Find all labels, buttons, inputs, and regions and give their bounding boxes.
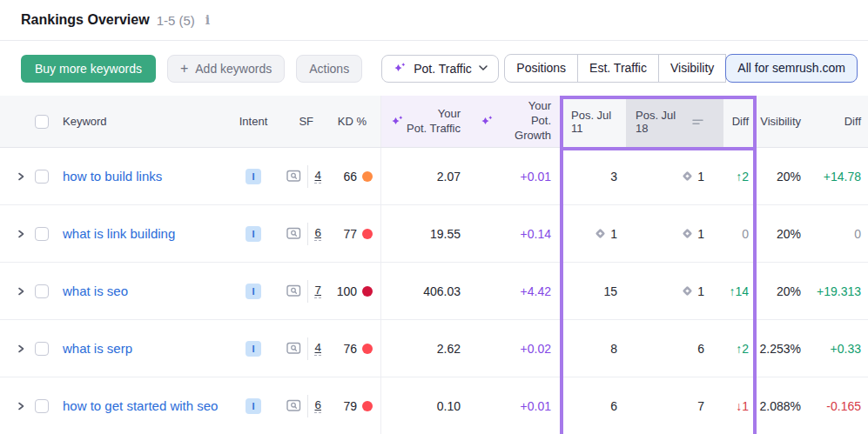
- sf-count[interactable]: 4: [314, 169, 321, 184]
- serp-feature-diamond-icon: [681, 227, 694, 240]
- header-pot-growth: Your Pot. Growth: [471, 96, 562, 147]
- table-header-row: Keyword Intent SF KD % Your Pot. Traffic…: [0, 96, 868, 148]
- vis-diff-value: +14.78: [824, 170, 861, 184]
- expand-chevron-icon[interactable]: [16, 228, 26, 240]
- table-row: what is seo I 7 100 406.03 +4.42: [0, 263, 868, 320]
- header-expand-cell: [0, 96, 35, 147]
- divider: [307, 280, 308, 303]
- row-checkbox[interactable]: [35, 227, 49, 241]
- pos-diff-value: ↑2: [736, 342, 749, 356]
- visibility-value: 2.088%: [760, 399, 801, 413]
- pot-traffic-value: 0.10: [437, 399, 461, 413]
- header-pos-jul-18[interactable]: Pos. Jul 18: [626, 96, 723, 147]
- keyword-link[interactable]: how to get started with seo: [63, 398, 218, 413]
- tab-visibility[interactable]: Visibility: [658, 54, 726, 83]
- serp-features-icon[interactable]: [286, 170, 302, 183]
- page-title: Rankings Overview: [21, 12, 150, 28]
- sf-count[interactable]: 7: [314, 284, 321, 298]
- header-pot-traffic-line2: Pot. Traffic: [407, 122, 461, 135]
- select-all-checkbox[interactable]: [35, 115, 49, 129]
- titlebar: Rankings Overview 1-5 (5) i: [0, 0, 868, 41]
- header-pot-growth-line1: Your: [528, 99, 551, 112]
- sf-count[interactable]: 6: [314, 398, 321, 413]
- sort-icon: [692, 117, 704, 126]
- pos-cur-value: 1: [697, 170, 704, 184]
- pos-diff-value: ↓1: [736, 399, 749, 413]
- kd-difficulty-dot: [362, 401, 373, 411]
- pos-diff-value: 0: [742, 227, 749, 241]
- pos-cur-value: 1: [697, 227, 704, 241]
- divider: [307, 395, 308, 417]
- row-checkbox[interactable]: [35, 399, 49, 413]
- header-select-cell: [35, 96, 56, 147]
- toolbar: Buy more keywords + Add keywords Actions…: [0, 41, 868, 96]
- tab-est-traffic[interactable]: Est. Traffic: [577, 54, 659, 83]
- buy-more-keywords-button[interactable]: Buy more keywords: [21, 55, 156, 83]
- ai-sparkle-icon: [390, 115, 404, 129]
- header-pot-growth-line2: Pot. Growth: [515, 114, 551, 142]
- vis-diff-value: +0.33: [831, 342, 861, 356]
- serp-features-icon[interactable]: [286, 284, 302, 297]
- info-icon[interactable]: i: [205, 13, 210, 27]
- row-checkbox[interactable]: [35, 342, 49, 356]
- pot-traffic-value: 2.62: [437, 342, 461, 356]
- pos-prev-value: 8: [610, 342, 617, 356]
- intent-badge[interactable]: I: [246, 398, 261, 414]
- visibility-value: 20%: [777, 170, 801, 184]
- header-pot-traffic-line1: Your: [438, 107, 461, 120]
- intent-badge[interactable]: I: [246, 284, 261, 299]
- intent-badge[interactable]: I: [246, 169, 261, 184]
- kd-value: 100: [337, 284, 357, 298]
- tab-all-for-domain[interactable]: All for semrush.com: [725, 54, 858, 83]
- row-checkbox[interactable]: [35, 170, 49, 184]
- pot-traffic-value: 19.55: [430, 227, 461, 241]
- header-pos-diff: Diff: [723, 96, 754, 147]
- header-visibility: Visibility: [754, 96, 810, 147]
- metric-dropdown[interactable]: Pot. Traffic: [381, 55, 499, 83]
- plus-icon: +: [180, 61, 188, 77]
- chevron-down-icon: [479, 65, 488, 71]
- pos-cur-value: 7: [697, 399, 704, 413]
- metric-dropdown-label: Pot. Traffic: [414, 62, 472, 76]
- serp-features-icon[interactable]: [286, 227, 302, 240]
- kd-value: 77: [343, 227, 357, 241]
- header-keyword: Keyword: [56, 96, 234, 147]
- divider: [307, 165, 308, 188]
- pot-growth-value: +0.01: [521, 170, 551, 184]
- pot-growth-value: +0.02: [521, 342, 551, 356]
- intent-badge[interactable]: I: [246, 226, 261, 242]
- pot-growth-value: +0.01: [521, 399, 551, 413]
- actions-button[interactable]: Actions: [296, 55, 362, 83]
- serp-features-icon[interactable]: [286, 342, 302, 355]
- tab-positions[interactable]: Positions: [504, 54, 578, 83]
- expand-chevron-icon[interactable]: [16, 285, 26, 297]
- intent-badge[interactable]: I: [246, 341, 261, 357]
- expand-chevron-icon[interactable]: [16, 343, 26, 355]
- sf-count[interactable]: 4: [314, 341, 321, 356]
- keyword-link[interactable]: how to build links: [63, 169, 162, 184]
- vis-diff-value: 0: [854, 227, 861, 241]
- keyword-link[interactable]: what is link building: [63, 226, 175, 241]
- kd-difficulty-dot: [362, 286, 373, 297]
- vis-diff-value: +19.313: [817, 284, 861, 298]
- add-keywords-button[interactable]: + Add keywords: [167, 55, 285, 83]
- pos-cur-value: 6: [697, 342, 704, 356]
- expand-chevron-icon[interactable]: [16, 400, 26, 412]
- kd-value: 66: [343, 170, 357, 184]
- result-range: 1-5 (5): [157, 13, 195, 28]
- serp-features-icon[interactable]: [286, 399, 302, 412]
- sf-count[interactable]: 6: [314, 226, 321, 241]
- row-checkbox[interactable]: [35, 284, 49, 298]
- header-pot-traffic: Your Pot. Traffic: [380, 96, 471, 147]
- pos-prev-value: 3: [610, 170, 617, 184]
- keyword-link[interactable]: what is seo: [63, 284, 128, 298]
- expand-chevron-icon[interactable]: [16, 170, 26, 183]
- header-pos-jul-18-label: Pos. Jul 18: [636, 109, 684, 135]
- header-kd: KD %: [326, 96, 380, 147]
- keyword-link[interactable]: what is serp: [63, 341, 132, 356]
- pos-diff-value: ↑2: [736, 170, 749, 184]
- pos-cur-value: 1: [697, 284, 704, 298]
- add-keywords-label: Add keywords: [195, 62, 272, 76]
- view-tabs: Positions Est. Traffic Visibility All fo…: [504, 54, 858, 83]
- serp-feature-diamond-icon: [594, 227, 607, 240]
